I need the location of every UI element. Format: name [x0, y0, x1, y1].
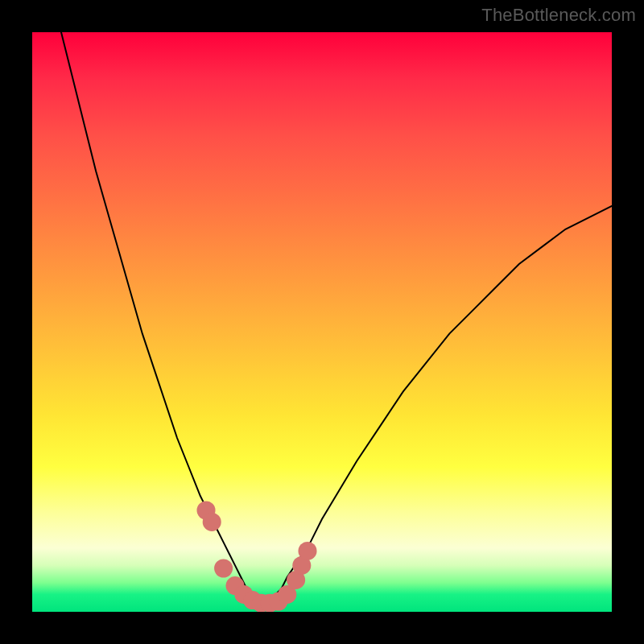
attribution-label: TheBottleneck.com: [481, 5, 636, 26]
marker-dot: [214, 559, 233, 577]
chart-frame: TheBottleneck.com: [0, 0, 644, 644]
marker-dot: [298, 542, 316, 560]
near-minimum-dots: [196, 501, 316, 612]
plot-area: [32, 32, 612, 612]
marker-layer: [32, 32, 612, 612]
marker-dot: [203, 513, 221, 531]
